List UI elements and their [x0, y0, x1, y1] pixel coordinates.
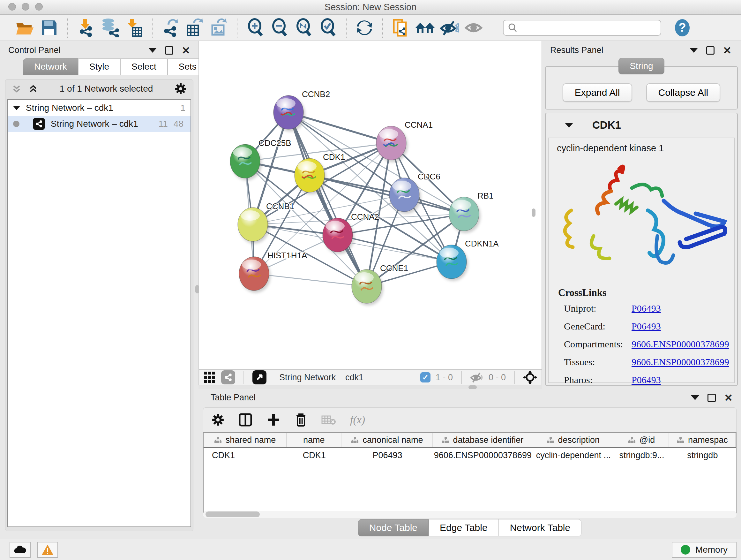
pan-crosshair-icon[interactable] — [523, 370, 537, 384]
panel-close-icon[interactable]: ✕ — [723, 46, 731, 55]
panel-close-icon[interactable]: ✕ — [182, 46, 190, 55]
toolbar-search-field[interactable] — [503, 20, 661, 36]
node-CCNE1[interactable]: CCNE1 — [352, 263, 408, 306]
table-row[interactable]: CDK1CDK1P064939606.ENSP00000378699cyclin… — [204, 448, 736, 463]
birds-eye-toggle-icon[interactable] — [253, 370, 266, 384]
edge-CCNA2-CDKN1A[interactable] — [338, 235, 452, 262]
panel-float-icon[interactable] — [165, 46, 173, 55]
node-CDK1[interactable]: CDK1 — [294, 152, 345, 194]
column-header-name[interactable]: name — [287, 433, 341, 447]
warnings-button[interactable] — [37, 542, 58, 558]
crosslink-link[interactable]: P06493 — [631, 321, 661, 332]
hidden-eye-slash-icon[interactable] — [470, 372, 483, 383]
cloud-status-button[interactable] — [10, 542, 30, 558]
zoom-fit-button[interactable] — [292, 17, 316, 38]
splitter-handle-horizontal[interactable] — [468, 385, 477, 389]
table-cell[interactable]: cyclin-dependent ... — [532, 448, 614, 463]
node-RB1[interactable]: RB1 — [449, 191, 494, 233]
scrollbar-thumb[interactable] — [205, 511, 260, 517]
network-graph[interactable]: CCNB2CCNA1CDC25BCDK1CDC6RB1CCNB1CCNA2CDK… — [199, 41, 542, 369]
column-header-namespac[interactable]: namespac — [669, 433, 736, 447]
grid-view-icon[interactable] — [203, 371, 216, 384]
edge-CDK1-RB1[interactable] — [310, 175, 464, 214]
open-session-button[interactable] — [13, 17, 37, 38]
minimize-window-button[interactable] — [22, 3, 29, 10]
tab-network-table[interactable]: Network Table — [499, 519, 582, 537]
column-header--id[interactable]: @id — [614, 433, 669, 447]
first-neighbors-button[interactable] — [389, 17, 413, 38]
node-CDKN1A[interactable]: CDKN1A — [436, 239, 499, 281]
edge-CCNB2-CCNE1[interactable] — [288, 112, 367, 287]
import-network-from-database-button[interactable] — [98, 17, 122, 38]
tab-string[interactable]: String — [618, 58, 664, 74]
tab-edge-table[interactable]: Edge Table — [428, 519, 499, 537]
hide-selected-button[interactable] — [437, 17, 461, 38]
tab-select[interactable]: Select — [120, 58, 167, 75]
table-cell[interactable]: 9606.ENSP00000378699 — [433, 448, 532, 463]
collapse-all-icon[interactable] — [12, 84, 21, 94]
network-share-icon[interactable] — [221, 370, 235, 384]
table-cell[interactable]: P06493 — [342, 448, 433, 463]
table-cell[interactable]: stringdb:9... — [614, 448, 669, 463]
gene-collapse-icon[interactable] — [565, 123, 573, 128]
node-CCNA1[interactable]: CCNA1 — [376, 120, 433, 162]
column-header-shared-name[interactable]: shared name — [204, 433, 287, 447]
node-CDC6[interactable]: CDC6 — [389, 172, 441, 214]
network-row[interactable]: String Network – cdk1 11 48 — [8, 116, 191, 132]
refresh-layout-button[interactable] — [352, 17, 377, 38]
gear-icon[interactable] — [175, 83, 187, 95]
select-columns-icon[interactable] — [239, 413, 253, 427]
collection-expand-icon[interactable] — [13, 106, 20, 110]
import-table-button[interactable] — [122, 17, 146, 38]
table-gear-icon[interactable] — [212, 414, 224, 426]
close-window-button[interactable] — [8, 3, 16, 10]
crosslink-link[interactable]: P06493 — [631, 374, 661, 385]
tab-node-table[interactable]: Node Table — [358, 519, 428, 537]
crosslink-link[interactable]: P06493 — [631, 303, 661, 314]
table-horizontal-scrollbar[interactable] — [203, 511, 737, 518]
network-collection-row[interactable]: String Network – cdk1 1 — [8, 100, 191, 116]
export-network-button[interactable] — [158, 17, 183, 38]
save-session-button[interactable] — [37, 17, 61, 38]
node-HIST1H1A[interactable]: HIST1H1A — [239, 251, 307, 293]
help-button[interactable]: ? — [670, 17, 694, 38]
crosslink-link[interactable]: 9606.ENSP00000378699 — [631, 357, 729, 368]
search-input[interactable] — [521, 23, 655, 33]
zoom-in-button[interactable] — [243, 17, 267, 38]
home-pages-button[interactable] — [413, 17, 437, 38]
memory-button[interactable]: Memory — [672, 542, 737, 558]
splitter-handle-right[interactable] — [532, 208, 536, 217]
edge-HIST1H1A-CCNE1[interactable] — [254, 273, 367, 287]
add-column-icon[interactable] — [266, 413, 280, 427]
tab-network[interactable]: Network — [23, 58, 78, 75]
panel-menu-icon[interactable] — [690, 48, 698, 53]
zoom-out-button[interactable] — [267, 17, 292, 38]
panel-float-icon[interactable] — [708, 394, 716, 402]
import-network-button[interactable] — [73, 17, 98, 38]
zoom-window-button[interactable] — [35, 3, 43, 10]
expand-all-icon[interactable] — [28, 84, 38, 94]
splitter-handle-left[interactable] — [195, 285, 199, 294]
network-canvas[interactable]: CCNB2CCNA1CDC25BCDK1CDC6RB1CCNB1CCNA2CDK… — [199, 41, 542, 369]
column-header-canonical-name[interactable]: canonical name — [341, 433, 433, 447]
column-header-description[interactable]: description — [532, 433, 614, 447]
panel-menu-icon[interactable] — [148, 48, 157, 53]
panel-close-icon[interactable]: ✕ — [724, 394, 733, 402]
traffic-lights[interactable] — [8, 3, 43, 10]
export-image-button[interactable] — [207, 17, 231, 38]
tab-style[interactable]: Style — [78, 58, 120, 75]
panel-menu-icon[interactable] — [691, 395, 699, 400]
export-table-button[interactable] — [183, 17, 207, 38]
table-cell[interactable]: CDK1 — [204, 448, 287, 463]
crosslink-link[interactable]: 9606.ENSP00000378699 — [631, 339, 729, 350]
show-all-button[interactable] — [461, 17, 486, 38]
collapse-all-button[interactable]: Collapse All — [646, 83, 721, 102]
column-header-database-identifier[interactable]: database identifier — [433, 433, 532, 447]
table-cell[interactable]: CDK1 — [287, 448, 341, 463]
delete-column-trash-icon[interactable] — [294, 413, 307, 427]
expand-all-button[interactable]: Expand All — [562, 83, 632, 102]
zoom-selected-button[interactable] — [316, 17, 340, 38]
node-CCNB2[interactable]: CCNB2 — [273, 89, 330, 132]
node-table[interactable]: shared namenamecanonical namedatabase id… — [203, 432, 737, 513]
selected-indicator-checkbox[interactable]: ✓ — [420, 372, 430, 382]
